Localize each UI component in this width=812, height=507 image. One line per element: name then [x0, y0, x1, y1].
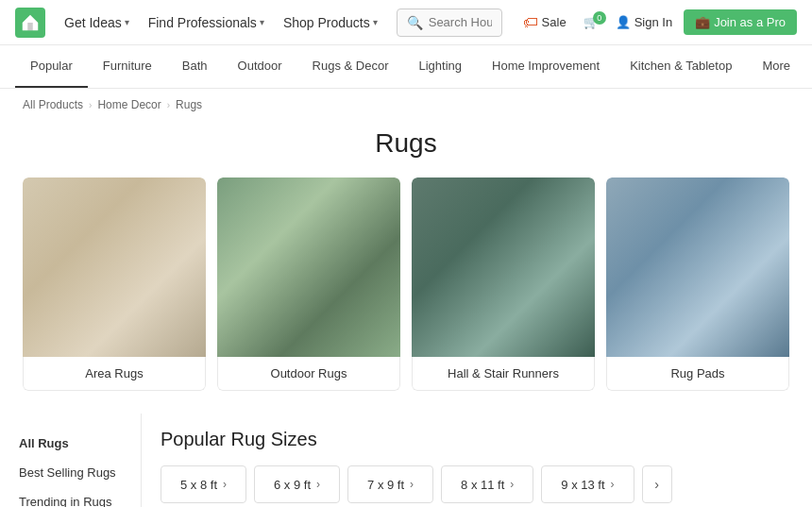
breadcrumb-all-products[interactable]: All Products	[23, 98, 83, 111]
sidebar-item-all-rugs[interactable]: All Rugs	[0, 429, 141, 458]
chevron-down-icon: ▾	[373, 17, 378, 27]
product-label-hall-runners: Hall & Stair Runners	[412, 357, 595, 391]
product-card-outdoor-rugs[interactable]: Outdoor Rugs	[217, 177, 400, 391]
briefcase-icon: 💼	[695, 15, 710, 29]
chevron-down-icon: ▾	[260, 17, 264, 27]
arrow-right-icon: ›	[316, 478, 320, 491]
breadcrumb-separator: ›	[89, 100, 92, 110]
size-6x9-button[interactable]: 6 x 9 ft ›	[254, 465, 340, 503]
join-pro-button[interactable]: 💼 Join as a Pro	[684, 9, 797, 35]
logo[interactable]	[15, 8, 45, 38]
size-5x8-button[interactable]: 5 x 8 ft ›	[161, 465, 246, 503]
arrow-right-icon: ›	[410, 478, 414, 491]
category-nav: Popular Furniture Bath Outdoor Rugs & De…	[0, 45, 812, 89]
product-card-rug-pads[interactable]: Rug Pads	[606, 177, 789, 391]
cat-nav-lighting[interactable]: Lighting	[404, 45, 478, 88]
cat-nav-rugs-decor[interactable]: Rugs & Decor	[297, 45, 404, 88]
size-8x11-button[interactable]: 8 x 11 ft ›	[441, 465, 533, 503]
product-label-rug-pads: Rug Pads	[606, 357, 789, 391]
size-buttons: 5 x 8 ft › 6 x 9 ft › 7 x 9 ft › 8 x 11 …	[161, 465, 793, 507]
sidebar-item-trending[interactable]: Trending in Rugs & Decor	[0, 487, 141, 507]
arrow-right-icon: ›	[223, 478, 227, 491]
main-content: All Rugs Best Selling Rugs Trending in R…	[0, 414, 812, 507]
product-label-area-rugs: Area Rugs	[23, 357, 206, 391]
cat-nav-furniture[interactable]: Furniture	[88, 45, 167, 88]
sign-in-button[interactable]: 👤 Sign In	[610, 11, 678, 33]
search-bar[interactable]: 🔍	[397, 8, 502, 37]
product-image-hall-runners	[412, 177, 595, 357]
size-7x9-button[interactable]: 7 x 9 ft ›	[347, 465, 433, 503]
sale-tag-icon: 🏷	[523, 14, 538, 31]
search-icon: 🔍	[407, 15, 423, 30]
nav-shop-products[interactable]: Shop Products ▾	[276, 11, 385, 34]
scroll-right-button[interactable]: ›	[642, 465, 672, 503]
product-card-hall-runners[interactable]: Hall & Stair Runners	[412, 177, 595, 391]
chevron-down-icon: ▾	[125, 17, 129, 27]
cat-nav-bath[interactable]: Bath	[167, 45, 223, 88]
breadcrumb: All Products › Home Decor › Rugs	[0, 89, 812, 121]
sidebar-item-best-selling[interactable]: Best Selling Rugs	[0, 458, 141, 487]
cat-nav-popular[interactable]: Popular	[15, 45, 88, 88]
sidebar: All Rugs Best Selling Rugs Trending in R…	[0, 414, 142, 507]
cat-nav-home-improvement[interactable]: Home Improvement	[477, 45, 615, 88]
arrow-right-icon: ›	[510, 478, 514, 491]
product-card-area-rugs[interactable]: Area Rugs	[23, 177, 206, 391]
breadcrumb-rugs: Rugs	[176, 98, 202, 111]
cat-nav-more[interactable]: More	[747, 45, 805, 88]
product-image-rug-pads	[606, 177, 789, 357]
cart-button[interactable]: 🛒 0	[578, 11, 604, 33]
arrow-right-icon: ›	[611, 478, 615, 491]
product-label-outdoor-rugs: Outdoor Rugs	[217, 357, 400, 391]
right-section: Popular Rug Sizes 5 x 8 ft › 6 x 9 ft › …	[142, 414, 812, 507]
search-input[interactable]	[429, 15, 492, 29]
breadcrumb-home-decor[interactable]: Home Decor	[97, 98, 161, 111]
nav-find-professionals[interactable]: Find Professionals ▾	[141, 11, 272, 34]
cat-nav-outdoor[interactable]: Outdoor	[223, 45, 297, 88]
nav-get-ideas[interactable]: Get Ideas ▾	[57, 11, 137, 34]
top-nav: Get Ideas ▾ Find Professionals ▾ Shop Pr…	[0, 0, 812, 45]
breadcrumb-separator: ›	[167, 100, 170, 110]
cart-badge: 0	[593, 11, 606, 25]
size-9x13-button[interactable]: 9 x 13 ft ›	[541, 465, 634, 503]
product-image-outdoor-rugs	[217, 177, 400, 357]
product-grid: Area Rugs Outdoor Rugs Hall & Stair Runn…	[0, 177, 812, 414]
user-icon: 👤	[616, 15, 631, 29]
nav-right-actions: 🏷 Sale 🛒 0 👤 Sign In 💼 Join as a Pro	[517, 9, 797, 35]
cat-nav-kitchen-tabletop[interactable]: Kitchen & Tabletop	[615, 45, 747, 88]
product-image-area-rugs	[23, 177, 206, 357]
sale-button[interactable]: 🏷 Sale	[517, 10, 572, 35]
page-title: Rugs	[0, 121, 812, 177]
popular-rug-sizes-title: Popular Rug Sizes	[161, 429, 793, 450]
